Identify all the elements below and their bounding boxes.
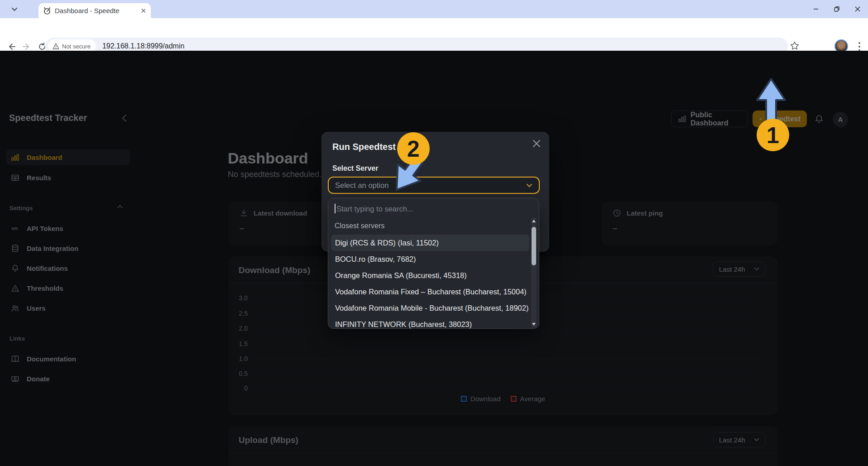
server-option[interactable]: Vodafone Romania Fixed – Bucharest (Buch… [331,283,529,300]
tab-search-button[interactable] [8,4,21,14]
browser-titlebar: Dashboard - Speedte ✕ [0,0,868,18]
forward-icon [22,42,31,51]
window-controls [806,0,868,18]
server-option[interactable]: BOCU.ro (Brasov, 7682) [331,251,529,267]
server-option[interactable]: Vodafone Romania Mobile - Bucharest (Buc… [331,300,529,316]
server-option[interactable]: Orange Romania SA (Bucuresti, 45318) [331,267,529,283]
star-icon [790,41,800,51]
scrollbar-thumb[interactable] [532,227,536,265]
scroll-down-icon[interactable] [532,323,536,326]
server-dropdown-panel: Start typing to search... Closest server… [328,198,539,329]
kebab-dot [858,46,860,48]
browser-toolbar: Not secure 192.168.1.18:8999/admin [0,18,868,51]
screen: Dashboard - Speedte ✕ [0,0,868,466]
chevron-down-icon [526,183,532,187]
warning-icon [53,43,59,49]
tab-title: Dashboard - Speedte [55,7,131,14]
select-server-label: Select Server [332,164,378,173]
chevron-down-icon [11,7,18,11]
back-icon [7,42,16,51]
url-text: 192.168.1.18:8999/admin [102,42,184,50]
favicon-icon [43,7,51,15]
tab-close-icon[interactable]: ✕ [140,7,146,14]
close-icon [532,139,541,148]
server-select[interactable]: Select an option [328,177,540,194]
minimize-icon [813,6,819,12]
bookmark-button[interactable] [790,41,800,51]
scroll-up-icon[interactable] [532,220,536,222]
security-label: Not secure [62,43,91,50]
server-search-input[interactable]: Start typing to search... [335,204,413,213]
kebab-dot [858,42,860,44]
window-restore-button[interactable] [826,0,847,18]
modal-close-button[interactable] [532,139,541,148]
close-icon [855,6,860,12]
server-option[interactable]: INFINITY NETWORK (Bucharest, 38023) [331,316,529,329]
restore-icon [834,6,839,12]
window-close-button[interactable] [847,0,868,18]
search-placeholder: Start typing to search... [336,205,413,213]
select-placeholder: Select an option [335,181,388,190]
browser-tab[interactable]: Dashboard - Speedte ✕ [38,3,151,18]
option-group-label: Closest servers [335,222,384,230]
window-minimize-button[interactable] [806,0,826,18]
modal-title: Run Speedtest [332,142,396,152]
dropdown-scrollbar[interactable] [531,218,537,327]
text-cursor [335,204,336,213]
server-option[interactable]: Digi (RCS & RDS) (Iasi, 11502) [331,235,529,251]
